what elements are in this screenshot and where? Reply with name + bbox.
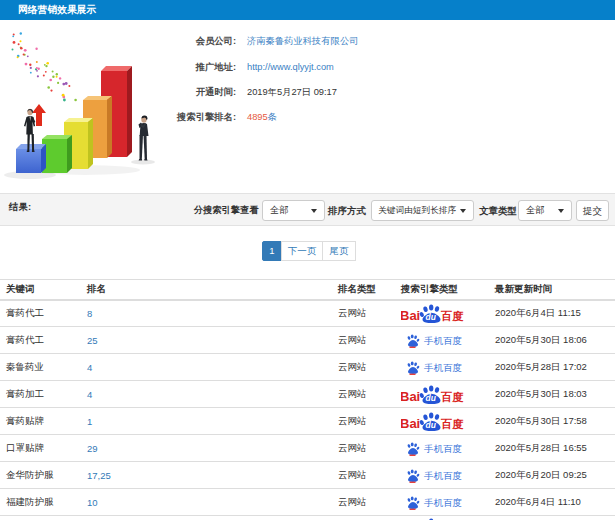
svg-text:百度: 百度 [440,418,464,430]
svg-text:Bai: Bai [401,388,420,403]
svg-text:du: du [426,393,437,403]
svg-text:Bai: Bai [401,307,420,322]
svg-text:百度: 百度 [440,391,464,403]
svg-text:du: du [426,312,437,322]
svg-text:Bai: Bai [401,415,420,430]
svg-text:du: du [426,420,437,430]
svg-text:百度: 百度 [440,310,464,322]
